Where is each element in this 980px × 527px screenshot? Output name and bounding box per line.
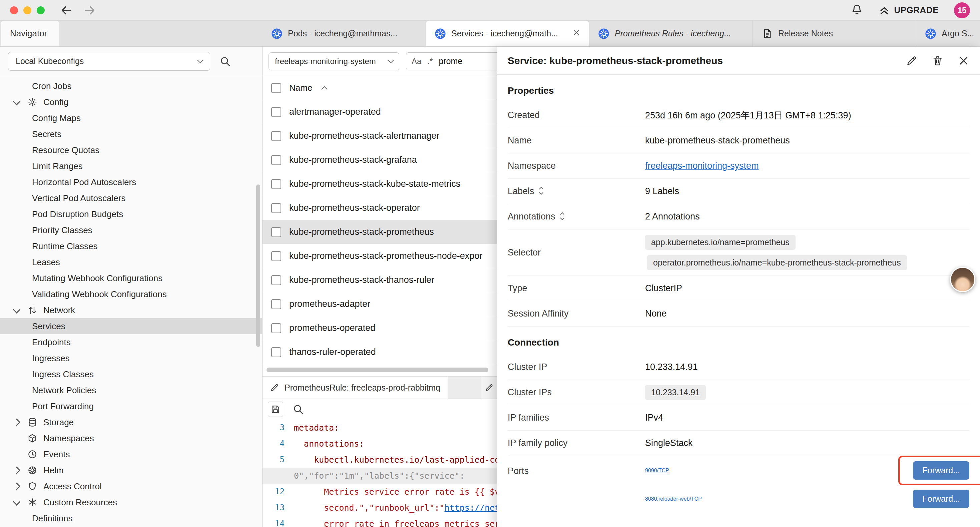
sidebar-tree-item[interactable]: Helm: [0, 462, 262, 478]
maximize-window-button[interactable]: [37, 6, 45, 14]
editor-tab-partial[interactable]: [481, 377, 497, 399]
notification-count-badge[interactable]: 15: [954, 2, 970, 18]
notifications-bell-icon[interactable]: [851, 3, 863, 18]
row-checkbox[interactable]: [271, 323, 281, 333]
user-avatar[interactable]: [950, 267, 975, 292]
sidebar-tree-item[interactable]: Definitions: [0, 510, 262, 526]
editor-tab-prometheusrule[interactable]: PrometheusRule: freeleaps-prod-rabbitmq: [262, 377, 448, 399]
row-checkbox[interactable]: [271, 107, 281, 117]
row-checkbox[interactable]: [271, 275, 281, 285]
row-checkbox[interactable]: [271, 131, 281, 141]
service-table-row[interactable]: alertmanager-operated: [262, 100, 497, 124]
sidebar-tree-item[interactable]: Cron Jobs: [0, 78, 262, 94]
filter-search-input[interactable]: [439, 56, 488, 66]
name-column-header[interactable]: Name: [289, 83, 312, 93]
select-all-checkbox[interactable]: [271, 83, 281, 93]
sidebar-tree-item[interactable]: Ingresses: [0, 350, 262, 366]
match-case-toggle[interactable]: Aa: [412, 57, 421, 66]
labels-value[interactable]: 9 Labels: [645, 186, 969, 196]
port-link-8080[interactable]: 8080:reloader-web/TCP: [645, 496, 702, 502]
tab-pods[interactable]: Pods - icecheng@mathmas...: [262, 21, 426, 46]
tab-services[interactable]: Services - icecheng@math...: [426, 21, 589, 46]
expand-collapse-icon[interactable]: [561, 213, 564, 220]
namespace-label: Namespace: [508, 161, 645, 171]
sidebar-tree-item[interactable]: Resource Quotas: [0, 142, 262, 158]
horizontal-scrollbar-thumb[interactable]: [267, 368, 488, 372]
sidebar-tree-item[interactable]: Config Maps: [0, 110, 262, 126]
sidebar-tree-item[interactable]: Priority Classes: [0, 222, 262, 238]
sidebar-search-button[interactable]: [220, 56, 231, 67]
sidebar-tree-item[interactable]: Network: [0, 302, 262, 318]
tab-navigator[interactable]: Navigator: [1, 21, 59, 46]
forward-button-8080[interactable]: Forward...: [913, 490, 969, 508]
sidebar-tree-item[interactable]: Leases: [0, 254, 262, 270]
sidebar-tree-item[interactable]: Pod Disruption Budgets: [0, 206, 262, 222]
close-tab-icon[interactable]: [573, 29, 581, 39]
sidebar-tree-item[interactable]: Port Forwarding: [0, 398, 262, 414]
service-table-row[interactable]: prometheus-adapter: [262, 292, 497, 316]
sidebar-tree-item[interactable]: Mutating Webhook Configurations: [0, 270, 262, 286]
row-checkbox[interactable]: [271, 203, 281, 213]
sidebar-tree-item[interactable]: Config: [0, 94, 262, 110]
service-table-row[interactable]: kube-prometheus-stack-grafana: [262, 148, 497, 172]
editor-search-button[interactable]: [293, 404, 304, 415]
upgrade-button[interactable]: UPGRADE: [878, 5, 939, 16]
service-table-row[interactable]: kube-prometheus-stack-alertmanager: [262, 124, 497, 148]
service-table-row[interactable]: kube-prometheus-stack-thanos-ruler: [262, 268, 497, 292]
row-checkbox[interactable]: [271, 227, 281, 237]
sidebar-tree-item[interactable]: Horizontal Pod Autoscalers: [0, 174, 262, 190]
annotations-value[interactable]: 2 Annotations: [645, 212, 969, 222]
regex-toggle[interactable]: .*: [427, 57, 433, 66]
row-checkbox[interactable]: [271, 347, 281, 357]
sidebar-scrollbar-thumb[interactable]: [256, 185, 260, 347]
sidebar-tree-item[interactable]: Access Control: [0, 478, 262, 494]
tab-argo[interactable]: Argo S...: [916, 21, 980, 46]
sidebar-tree-item[interactable]: Storage: [0, 414, 262, 430]
yaml-editor[interactable]: 3 metadata: 4 annotations: 5 kubectl.kub…: [262, 420, 497, 527]
service-table-row[interactable]: kube-prometheus-stack-kube-state-metrics: [262, 172, 497, 196]
sidebar-tree-item[interactable]: Custom Resources: [0, 494, 262, 510]
expand-collapse-icon[interactable]: [540, 188, 543, 195]
close-window-button[interactable]: [10, 6, 18, 14]
sidebar-tree-item[interactable]: Namespaces: [0, 430, 262, 446]
sidebar-tree-item[interactable]: Network Policies: [0, 382, 262, 398]
service-table-row[interactable]: kube-prometheus-stack-operator: [262, 196, 497, 220]
tab-prometheus-rules[interactable]: Prometheus Rules - icecheng...: [589, 21, 753, 46]
sidebar-tree-item[interactable]: Limit Ranges: [0, 158, 262, 174]
sidebar-tree-item[interactable]: Vertical Pod Autoscalers: [0, 190, 262, 206]
namespace-select[interactable]: freeleaps-monitoring-system: [269, 53, 399, 70]
service-name: kube-prometheus-stack-prometheus: [289, 227, 434, 237]
forward-button[interactable]: [83, 4, 97, 17]
tab-release-notes[interactable]: Release Notes: [753, 21, 916, 46]
sidebar-tree-item[interactable]: Validating Webhook Configurations: [0, 286, 262, 302]
save-button[interactable]: [268, 401, 283, 417]
edit-pencil-icon[interactable]: [906, 55, 917, 66]
selector-chip: operator.prometheus.io/name=kube-prometh…: [647, 255, 907, 270]
sidebar-tree-item[interactable]: Secrets: [0, 126, 262, 142]
minimize-window-button[interactable]: [23, 6, 31, 14]
tree-item-label: Secrets: [32, 129, 61, 139]
kubeconfig-select[interactable]: Local Kubeconfigs: [8, 52, 210, 71]
forward-button-9090[interactable]: Forward...: [913, 461, 969, 480]
service-table-row[interactable]: kube-prometheus-stack-prometheus-node-ex…: [262, 244, 497, 268]
sidebar-tree-item[interactable]: Endpoints: [0, 334, 262, 350]
filter-search-box[interactable]: Aa .*: [406, 53, 497, 70]
trash-icon[interactable]: [932, 55, 943, 66]
close-panel-icon[interactable]: [958, 55, 969, 66]
service-table-row[interactable]: thanos-ruler-operated: [262, 340, 497, 364]
row-checkbox[interactable]: [271, 155, 281, 165]
sidebar-tree-item[interactable]: Events: [0, 446, 262, 462]
namespace-row: Namespace freeleaps-monitoring-system: [508, 153, 969, 179]
sidebar-tree-item[interactable]: Services: [0, 318, 262, 334]
port-link-9090[interactable]: 9090/TCP: [645, 468, 669, 474]
sidebar-tree-item[interactable]: Ingress Classes: [0, 366, 262, 382]
service-table-row[interactable]: kube-prometheus-stack-prometheus: [262, 220, 497, 244]
row-checkbox[interactable]: [271, 179, 281, 189]
row-checkbox[interactable]: [271, 251, 281, 261]
service-table-row[interactable]: prometheus-operated: [262, 316, 497, 340]
row-checkbox[interactable]: [271, 299, 281, 309]
back-button[interactable]: [61, 4, 74, 17]
sidebar-tree-item[interactable]: Runtime Classes: [0, 238, 262, 254]
type-label: Type: [508, 283, 645, 293]
namespace-link[interactable]: freeleaps-monitoring-system: [645, 161, 759, 171]
